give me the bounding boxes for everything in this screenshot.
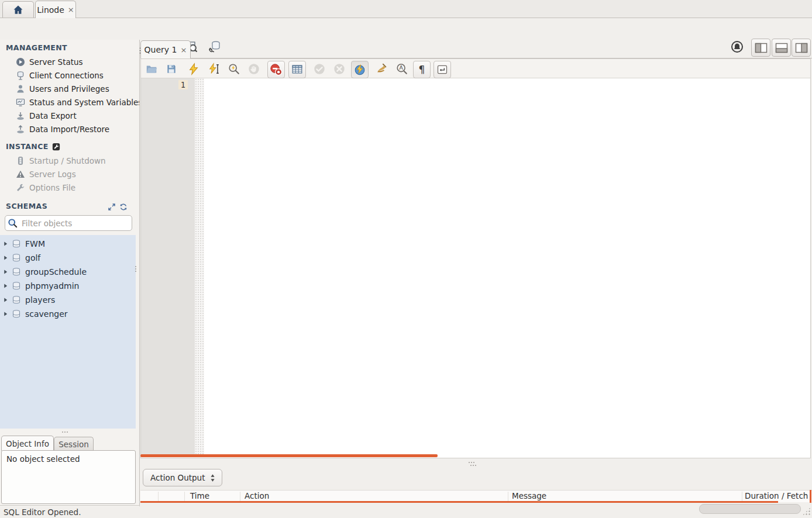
open-file-button[interactable] (144, 62, 159, 76)
server-logs-icon (15, 169, 25, 179)
column-header-time[interactable]: Time (190, 491, 209, 500)
home-icon (12, 4, 24, 16)
word-wrap-toggle[interactable] (433, 61, 451, 78)
sidebar-item-users-privileges[interactable]: Users and Privileges (0, 82, 139, 95)
expand-arrow-icon[interactable] (3, 283, 8, 289)
editor-text-area[interactable] (204, 78, 810, 455)
schema-item-fwm[interactable]: FWM (0, 237, 136, 251)
main-toolbar (0, 18, 812, 40)
stop-button (247, 62, 261, 76)
schema-item-golf[interactable]: golf (0, 251, 136, 265)
expand-arrow-icon[interactable] (3, 255, 8, 261)
sidebar-item-startup-shutdown[interactable]: Startup / Shutdown (0, 154, 139, 167)
refresh-icon[interactable] (119, 202, 128, 213)
spinner-arrows-icon (210, 474, 215, 482)
data-import-icon (15, 124, 25, 134)
output-horizontal-scrollbar-thumb[interactable] (699, 504, 801, 514)
find-button[interactable] (395, 62, 409, 76)
sidebar-item-system-variables[interactable]: Status and System Variables (0, 95, 139, 109)
panel-drag-handle[interactable] (62, 431, 68, 433)
expand-all-icon[interactable] (108, 202, 116, 213)
column-header-action[interactable]: Action (245, 491, 269, 500)
schema-item-groupschedule[interactable]: groupSchedule (0, 265, 136, 279)
close-icon[interactable]: × (68, 6, 74, 13)
stop-on-error-toggle[interactable] (267, 61, 285, 78)
connection-tab-label: Linode (37, 5, 64, 15)
connection-tab-linode[interactable]: Linode × (35, 1, 76, 18)
query-tab-strip: Query 1 × (140, 40, 812, 58)
output-selector[interactable]: Action Output (143, 469, 222, 486)
autocommit-toggle[interactable] (351, 61, 369, 78)
users-privileges-icon (15, 84, 25, 94)
close-icon[interactable]: × (181, 46, 187, 54)
expand-arrow-icon[interactable] (3, 241, 8, 247)
output-splitter-handle2[interactable] (470, 465, 476, 466)
schema-filter[interactable] (5, 215, 132, 231)
execute-button[interactable] (187, 62, 201, 76)
client-connections-icon (15, 70, 25, 80)
output-header-accent-right (810, 490, 811, 503)
line-number: 1 (178, 80, 188, 89)
schema-item-phpmyadmin[interactable]: phpmyadmin (0, 279, 136, 293)
system-variables-icon (15, 97, 25, 107)
options-file-icon (15, 182, 25, 192)
editor-fold-margin (195, 78, 204, 455)
schema-tree: FWM golf groupSchedule phpmyadmin player… (0, 235, 136, 429)
tab-object-info[interactable]: Object Info (1, 436, 54, 451)
tab-query-1[interactable]: Query 1 × (140, 40, 191, 58)
schema-icon (12, 267, 21, 277)
schemas-section-header: SCHEMAS (6, 202, 47, 210)
sidebar-item-server-status[interactable]: Server Status (0, 55, 139, 68)
sidebar-item-options-file[interactable]: Options File (0, 181, 139, 194)
wrench-badge-icon (52, 143, 60, 151)
object-info-text: No object selected (6, 454, 135, 464)
sidebar-splitter[interactable] (135, 266, 136, 272)
schema-icon (12, 281, 21, 291)
schema-item-scavenger[interactable]: scavenger (0, 307, 136, 321)
window-tab-strip: Linode × (0, 0, 812, 18)
commit-button (312, 62, 326, 76)
query-tab-label: Query 1 (144, 45, 177, 54)
output-splitter-handle[interactable] (469, 462, 474, 463)
statusbar: SQL Editor Opened. (0, 506, 562, 518)
schema-filter-input[interactable] (20, 218, 129, 229)
sidebar-item-server-logs[interactable]: Server Logs (0, 167, 139, 181)
sidebar-item-data-import[interactable]: Data Import/Restore (0, 122, 139, 136)
column-header-message[interactable]: Message (512, 491, 546, 500)
startup-shutdown-icon (15, 156, 25, 165)
sidebar: MANAGEMENT Server Status Client Connecti… (0, 40, 140, 506)
beautify-button[interactable] (375, 62, 389, 76)
search-icon (8, 218, 18, 228)
sql-editor-toolbar: ¶ (141, 59, 810, 78)
schema-icon (12, 239, 21, 248)
management-section-header: MANAGEMENT (6, 43, 67, 52)
output-selector-label: Action Output (150, 473, 210, 482)
editor-gutter: 1 (141, 78, 195, 455)
tab-session[interactable]: Session (54, 437, 94, 451)
schema-icon (12, 309, 21, 319)
sidebar-item-data-export[interactable]: Data Export (0, 109, 139, 122)
object-info-panel: No object selected (1, 450, 136, 504)
explain-button[interactable] (227, 62, 241, 76)
save-button[interactable] (164, 62, 178, 76)
server-status-icon (15, 57, 25, 67)
home-tab[interactable] (2, 1, 34, 18)
sidebar-item-client-connections[interactable]: Client Connections (0, 68, 139, 82)
rollback-button (332, 62, 346, 76)
editor-horizontal-scrollbar[interactable] (140, 454, 438, 457)
pilcrow-icon: ¶ (419, 64, 425, 75)
column-header-duration[interactable]: Duration / Fetch (745, 491, 810, 500)
limit-rows-toggle[interactable] (288, 61, 306, 78)
schema-item-players[interactable]: players (0, 293, 136, 307)
expand-arrow-icon[interactable] (3, 269, 8, 275)
data-export-icon (15, 110, 25, 120)
output-table-header: Time Action Message Duration / Fetch (140, 490, 812, 502)
show-invisibles-toggle[interactable]: ¶ (413, 61, 431, 78)
expand-arrow-icon[interactable] (3, 311, 8, 317)
schema-icon (12, 253, 21, 263)
schema-icon (12, 295, 21, 305)
statusbar-text: SQL Editor Opened. (4, 507, 562, 517)
sql-editor-panel: ¶ 1 (140, 58, 811, 458)
expand-arrow-icon[interactable] (3, 297, 8, 303)
execute-current-button[interactable] (207, 62, 221, 76)
